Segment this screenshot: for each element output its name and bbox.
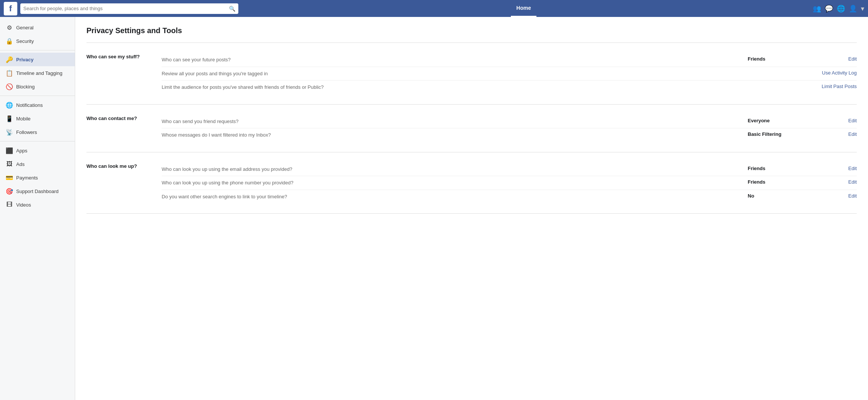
account-icon[interactable]: 👤 [849,5,857,13]
edit-future-posts-link[interactable]: Edit [848,56,857,62]
section-who-see-stuff: Who can see my stuff? Who can see your f… [86,43,857,104]
timeline-icon: 📋 [6,69,13,77]
sidebar-item-support[interactable]: 🎯 Support Dashboard [0,184,75,198]
edit-inbox-filter-link[interactable]: Edit [848,131,857,137]
sidebar-item-security[interactable]: 🔒 Security [0,34,75,48]
setting-email-lookup-action[interactable]: Edit [804,166,857,171]
sidebar-item-mobile[interactable]: 📱 Mobile [0,112,75,125]
search-input[interactable] [23,6,229,11]
sidebar-item-privacy[interactable]: 🔑 Privacy [0,53,75,66]
sidebar-item-ads[interactable]: 🖼 Ads [0,157,75,171]
followers-icon: 📡 [6,128,13,136]
setting-friend-requests-desc: Who can send you friend requests? [162,118,744,125]
sidebar-label-payments: Payments [16,175,38,181]
limit-past-posts-link[interactable]: Limit Past Posts [822,84,857,89]
home-link[interactable]: Home [511,0,537,17]
setting-limit-past-posts-desc: Limit the audience for posts you've shar… [162,84,744,91]
sidebar-label-notifications: Notifications [16,102,43,108]
sidebar-label-privacy: Privacy [16,57,33,62]
setting-email-lookup: Who can look you up using the email addr… [162,163,857,176]
friends-icon[interactable]: 👥 [813,5,821,13]
bottom-divider [86,213,857,214]
edit-search-engine-link[interactable]: Edit [848,193,857,199]
setting-email-lookup-value: Friends [744,166,804,171]
setting-friend-requests-action[interactable]: Edit [804,118,857,123]
sidebar: ⚙ General 🔒 Security 🔑 Privacy 📋 Timelin… [0,17,75,400]
sidebar-item-timeline[interactable]: 📋 Timeline and Tagging [0,66,75,80]
sidebar-label-ads: Ads [16,161,24,167]
setting-activity-log: Review all your posts and things you're … [162,67,857,81]
globe-icon[interactable]: 🌐 [837,5,845,13]
facebook-logo: f [4,2,17,15]
mobile-icon: 📱 [6,115,13,122]
gear-icon: ⚙ [6,24,13,31]
payments-icon: 💳 [6,174,13,181]
lock-icon: 🔒 [6,37,13,45]
setting-search-engine: Do you want other search engines to link… [162,190,857,204]
blocking-icon: 🚫 [6,83,13,90]
edit-phone-lookup-link[interactable]: Edit [848,179,857,185]
sidebar-item-videos[interactable]: 🎞 Videos [0,198,75,211]
sidebar-item-blocking[interactable]: 🚫 Blocking [0,80,75,93]
setting-friend-requests: Who can send you friend requests? Everyo… [162,115,857,129]
use-activity-log-link[interactable]: Use Activity Log [822,70,857,76]
notifications-icon: 🌐 [6,101,13,109]
edit-email-lookup-link[interactable]: Edit [848,166,857,171]
messages-icon[interactable]: 💬 [825,5,833,13]
setting-phone-lookup-action[interactable]: Edit [804,179,857,185]
sidebar-label-blocking: Blocking [16,84,35,90]
main-content: Privacy Settings and Tools Who can see m… [75,17,868,400]
setting-future-posts-action[interactable]: Edit [804,56,857,62]
setting-search-engine-value: No [744,193,804,199]
setting-search-engine-action[interactable]: Edit [804,193,857,199]
sidebar-label-mobile: Mobile [16,116,30,122]
setting-future-posts: Who can see your future posts? Friends E… [162,53,857,67]
setting-future-posts-value: Friends [744,56,804,62]
setting-inbox-filter-value: Basic Filtering [744,131,804,137]
section-who-contact: Who can contact me? Who can send you fri… [86,105,857,152]
setting-future-posts-desc: Who can see your future posts? [162,56,744,64]
setting-search-engine-desc: Do you want other search engines to link… [162,193,744,201]
setting-limit-past-posts-action[interactable]: Limit Past Posts [804,84,857,89]
sidebar-label-timeline: Timeline and Tagging [16,70,62,76]
sidebar-item-general[interactable]: ⚙ General [0,21,75,34]
setting-phone-lookup: Who can look you up using the phone numb… [162,176,857,190]
page-title: Privacy Settings and Tools [86,26,857,35]
edit-friend-requests-link[interactable]: Edit [848,118,857,123]
sidebar-item-payments[interactable]: 💳 Payments [0,171,75,184]
sidebar-item-followers[interactable]: 📡 Followers [0,125,75,139]
setting-limit-past-posts: Limit the audience for posts you've shar… [162,81,857,94]
setting-inbox-filter-action[interactable]: Edit [804,131,857,137]
sidebar-label-general: General [16,25,33,30]
sidebar-item-notifications[interactable]: 🌐 Notifications [0,98,75,112]
privacy-icon: 🔑 [6,56,13,63]
videos-icon: 🎞 [6,201,13,208]
search-bar[interactable]: 🔍 [20,3,238,14]
sidebar-label-apps: Apps [16,148,27,154]
search-icon: 🔍 [229,6,235,12]
sidebar-label-videos: Videos [16,202,31,208]
setting-email-lookup-desc: Who can look you up using the email addr… [162,166,744,173]
sidebar-label-support: Support Dashboard [16,189,59,194]
setting-activity-log-desc: Review all your posts and things you're … [162,70,744,78]
topnav-right-icons: 👥 💬 🌐 👤 ▾ [813,5,864,13]
setting-activity-log-action[interactable]: Use Activity Log [804,70,857,76]
sidebar-divider-1 [0,50,75,50]
sidebar-divider-2 [0,96,75,96]
page-layout: ⚙ General 🔒 Security 🔑 Privacy 📋 Timelin… [0,17,868,400]
section-header-row-lookup: Who can look me up? Who can look you up … [86,158,857,208]
section-label-see-stuff: Who can see my stuff? [86,53,162,59]
section-label-contact: Who can contact me? [86,115,162,121]
section-label-lookup: Who can look me up? [86,163,162,169]
sidebar-label-followers: Followers [16,129,37,135]
chevron-down-icon[interactable]: ▾ [861,5,864,13]
setting-inbox-filter-desc: Whose messages do I want filtered into m… [162,131,744,139]
section-who-lookup: Who can look me up? Who can look you up … [86,152,857,214]
sidebar-label-security: Security [16,38,34,44]
sidebar-divider-3 [0,141,75,141]
top-navigation: f 🔍 Home 👥 💬 🌐 👤 ▾ [0,0,868,17]
setting-phone-lookup-value: Friends [744,179,804,185]
sidebar-item-apps[interactable]: ⬛ Apps [0,144,75,157]
topnav-center: Home [238,0,809,17]
support-icon: 🎯 [6,187,13,195]
